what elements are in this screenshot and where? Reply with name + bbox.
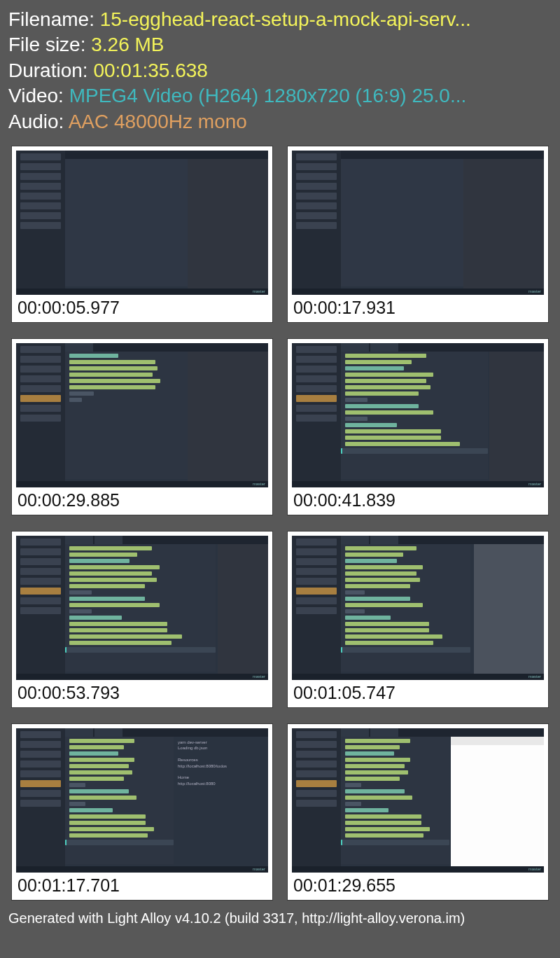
editor-statusbar: master <box>16 866 268 873</box>
editor-pane <box>65 352 188 479</box>
thumbnail-image: master <box>292 151 544 295</box>
terminal-pane: yarn dev-serverLoading db.jsonResourcesh… <box>175 737 268 873</box>
thumbnail-timestamp: 00:00:41.839 <box>292 487 544 512</box>
editor-statusbar: master <box>292 866 544 873</box>
editor-pane <box>341 544 470 672</box>
duration-value: 00:01:35.638 <box>93 60 208 81</box>
editor-pane <box>65 159 188 286</box>
thumbnail-image: master <box>292 728 544 873</box>
metadata-header: Filename: 15-egghead-react-setup-a-mock-… <box>0 0 560 139</box>
video-label: Video: <box>8 85 69 106</box>
thumbnail-image: master <box>292 343 544 487</box>
thumbnail-card: master 00:00:53.793 <box>11 531 273 708</box>
audio-value: AAC 48000Hz mono <box>69 111 247 132</box>
thumbnail-timestamp: 00:00:17.931 <box>292 295 544 319</box>
footer-text: Generated with Light Alloy v4.10.2 (buil… <box>0 901 560 926</box>
editor-tabbar <box>341 536 544 544</box>
terminal-pane <box>489 352 544 487</box>
filename-value: 15-egghead-react-setup-a-mock-api-serv..… <box>100 8 471 30</box>
thumbnail-image: master <box>16 343 268 487</box>
video-line: Video: MPEG4 Video (H264) 1280x720 (16:9… <box>8 83 552 109</box>
editor-pane <box>341 159 463 286</box>
filesize-label: File size: <box>8 34 91 55</box>
video-value: MPEG4 Video (H264) 1280x720 (16:9) 25.0.… <box>69 85 467 106</box>
thumbnail-card: master 00:00:41.839 <box>287 338 549 515</box>
terminal-pane <box>188 159 268 295</box>
editor-sidebar <box>292 343 341 487</box>
thumbnail-card: master 00:00:29.885 <box>11 338 273 515</box>
thumbnail-image: master <box>292 536 544 680</box>
browser-pane <box>451 737 544 873</box>
editor-statusbar: master <box>16 674 268 680</box>
thumbnail-card: master 00:01:29.655 <box>287 723 549 901</box>
thumbnail-timestamp: 00:00:29.885 <box>16 487 268 512</box>
thumbnail-card: master 00:01:05.747 <box>287 531 549 708</box>
thumbnail-card: master 00:00:17.931 <box>287 146 549 323</box>
editor-tabbar <box>341 343 544 352</box>
duration-line: Duration: 00:01:35.638 <box>8 58 552 83</box>
terminal-pane <box>463 159 544 295</box>
terminal-pane <box>188 352 268 487</box>
filesize-line: File size: 3.26 MB <box>8 32 552 57</box>
audio-label: Audio: <box>8 111 69 132</box>
thumbnail-image: yarn dev-serverLoading db.jsonResourcesh… <box>16 728 268 873</box>
editor-statusbar: master <box>16 481 268 487</box>
thumbnail-card: master 00:00:05.977 <box>11 146 273 323</box>
thumbnail-card: yarn dev-serverLoading db.jsonResourcesh… <box>11 723 273 901</box>
editor-sidebar <box>16 728 65 873</box>
thumbnail-image: master <box>16 151 268 295</box>
thumbnail-image: master <box>16 536 268 680</box>
thumbnail-timestamp: 00:01:17.701 <box>16 873 268 897</box>
editor-sidebar <box>292 728 341 873</box>
audio-line: Audio: AAC 48000Hz mono <box>8 109 552 134</box>
editor-tabbar <box>341 728 544 737</box>
filename-label: Filename: <box>8 8 100 30</box>
terminal-pane <box>218 544 268 680</box>
editor-tabbar <box>65 536 268 544</box>
editor-statusbar: master <box>292 674 544 680</box>
editor-tabbar <box>341 151 544 159</box>
editor-sidebar <box>16 151 65 295</box>
thumbnail-timestamp: 00:00:05.977 <box>16 295 268 319</box>
editor-pane <box>65 737 174 864</box>
thumbnail-grid: master 00:00:05.977 master 00:00:17.931 <box>0 139 560 901</box>
editor-statusbar: master <box>16 289 268 295</box>
editor-tabbar <box>65 151 268 159</box>
thumbnail-timestamp: 00:01:29.655 <box>292 873 544 897</box>
editor-sidebar <box>16 343 65 487</box>
editor-tabbar <box>65 343 268 352</box>
editor-sidebar <box>292 151 341 295</box>
duration-label: Duration: <box>8 60 93 81</box>
terminal-pane <box>474 544 544 680</box>
editor-sidebar <box>292 536 341 680</box>
editor-pane <box>65 544 216 672</box>
editor-statusbar: master <box>292 289 544 295</box>
thumbnail-timestamp: 00:01:05.747 <box>292 680 544 704</box>
editor-pane <box>341 352 488 479</box>
editor-tabbar <box>65 728 268 737</box>
filesize-value: 3.26 MB <box>91 34 164 55</box>
thumbnail-timestamp: 00:00:53.793 <box>16 680 268 704</box>
editor-sidebar <box>16 536 65 680</box>
editor-pane <box>341 737 449 864</box>
editor-statusbar: master <box>292 481 544 487</box>
filename-line: Filename: 15-egghead-react-setup-a-mock-… <box>8 7 552 32</box>
